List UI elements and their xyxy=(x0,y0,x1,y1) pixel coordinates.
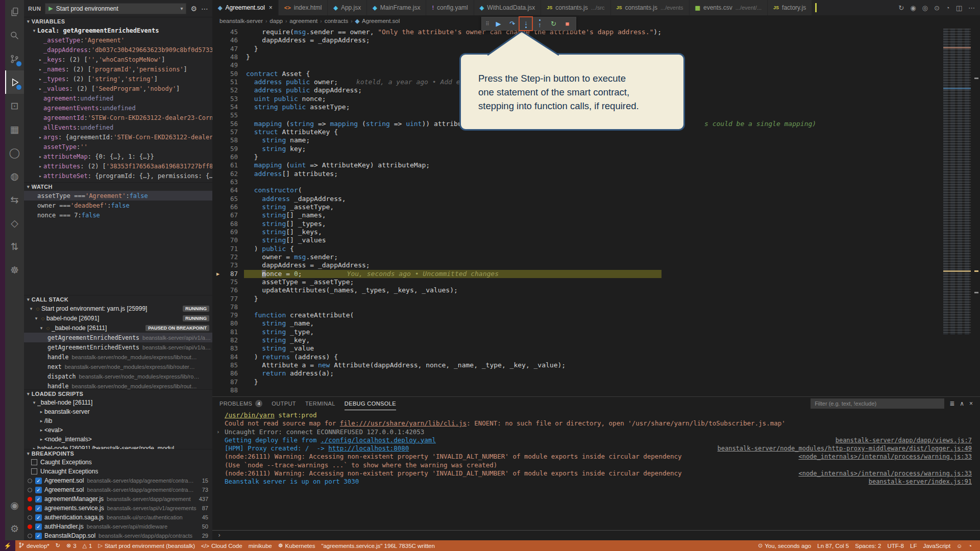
live-share-icon[interactable]: ◯ xyxy=(5,141,24,164)
start-debug-icon[interactable]: ▶ xyxy=(48,5,53,12)
breakpoint-row[interactable]: ✓agreements.service.jsbeanstalk-server/a… xyxy=(24,504,212,513)
breadcrumb-item[interactable]: beanstalk-server xyxy=(219,18,263,24)
console-row[interactable]: Beanstalk server is up on port 3030beans… xyxy=(212,478,980,486)
expand-chevron-icon[interactable]: › xyxy=(216,428,220,436)
loaded-script-row[interactable]: ▸babel-node [26091] /beanstalk-server/no… xyxy=(24,444,212,449)
account-icon[interactable]: ◉ xyxy=(5,493,24,517)
section-header-breakpoints[interactable]: ▾BREAKPOINTS xyxy=(24,449,212,458)
cursor-position-item[interactable]: Ln 87, Col 5 xyxy=(814,540,852,551)
split-editor-icon[interactable]: ◫ xyxy=(956,4,962,12)
variable-row[interactable]: agreementId: 'STEW-Corn-EKD263122-dealer… xyxy=(24,113,212,122)
checkbox-checked[interactable]: ✓ xyxy=(35,496,42,503)
stack-frame[interactable]: dispatchbeanstalk-server/node_modules/ex… xyxy=(24,371,212,381)
variable-row[interactable]: ▸args: {agreementId: 'STEW-Corn-EKD26312… xyxy=(24,132,212,142)
panel-tab-terminal[interactable]: TERMINAL xyxy=(305,397,335,410)
call-stack-session[interactable]: ▾◌babel-node [26091]RUNNING xyxy=(24,313,212,323)
run-debug-icon[interactable] xyxy=(5,70,24,94)
checkbox-checked[interactable]: ✓ xyxy=(35,533,42,539)
console-row[interactable]: Could not read source map for file:///us… xyxy=(212,419,980,428)
gitlens-blame-item[interactable]: ⊙You, seconds ago xyxy=(755,540,814,551)
debug-console-input[interactable]: › xyxy=(212,530,980,539)
variable-row[interactable]: ▸_keys: (2) ['', 'whoCanStopMeNow'] xyxy=(24,55,212,64)
source-location-link[interactable]: beanstalk-server/index.js:91 xyxy=(869,478,972,486)
variable-row[interactable]: ▸_values: (2) ['SeedProgram', 'nobody'] xyxy=(24,84,212,93)
step-out-button[interactable]: ↑ xyxy=(533,18,546,30)
source-control-icon[interactable] xyxy=(5,47,24,70)
variable-row[interactable]: ▸attributeSet: {programId: {…}, permissi… xyxy=(24,171,212,181)
variable-row[interactable]: agreementEvents: undefined xyxy=(24,103,212,113)
checkbox-unchecked[interactable] xyxy=(31,459,37,465)
variable-row[interactable]: _assetType: 'Agreement' xyxy=(24,35,212,45)
loaded-script-row[interactable]: ▸<node_internals> xyxy=(24,435,212,444)
source-location-link[interactable]: beanstalk-server/dapp/dapp/views.js:7 xyxy=(836,436,972,444)
stack-frame[interactable]: getAgreementEnrichedEventsbeanstalk-serv… xyxy=(24,333,212,342)
watch-expression[interactable]: assetType === 'Agreement': false xyxy=(24,191,212,201)
open-changes-icon[interactable]: ⊙ xyxy=(934,4,940,12)
checkbox-checked[interactable]: ✓ xyxy=(35,514,42,521)
breadcrumb-file[interactable]: Agreement.sol xyxy=(362,18,400,24)
console-row[interactable]: [HPM] Proxy created: / -> http://localho… xyxy=(212,444,980,453)
watch-expression[interactable]: nonce === 7: false xyxy=(24,210,212,220)
loaded-script-row[interactable]: ▾_babel-node [26111] xyxy=(24,398,212,407)
tab-constants-js[interactable]: JSconstants.js.../events xyxy=(611,0,690,15)
loaded-script-row[interactable]: ▸/lib xyxy=(24,416,212,425)
loaded-script-row[interactable]: ▸beanstalk-server xyxy=(24,407,212,416)
call-stack-session[interactable]: ▾◌Start prod environment: yarn.js [25999… xyxy=(24,304,212,313)
docker-icon[interactable]: ◍ xyxy=(5,164,24,188)
tab-events-csv[interactable]: ▦events.csv.../event/... xyxy=(690,0,768,15)
step-into-button[interactable]: ↓ xyxy=(520,18,532,30)
tab-withloaddata-jsx[interactable]: ◈WithLoadData.jsx xyxy=(474,0,542,15)
tab-constants-js[interactable]: JSconstants.js.../src xyxy=(541,0,610,15)
minikube-item[interactable]: minikube xyxy=(246,540,275,551)
minimap[interactable] xyxy=(941,27,973,396)
exception-toggle[interactable]: Caught Exceptions xyxy=(24,458,212,467)
checkbox-checked[interactable]: ✓ xyxy=(35,523,42,530)
remote-indicator[interactable]: ⚡ xyxy=(0,540,15,551)
explorer-icon[interactable] xyxy=(5,0,24,23)
section-header-watch[interactable]: ▾WATCH xyxy=(24,182,212,191)
step-over-button[interactable]: ↷ xyxy=(506,18,519,30)
tab-index-html[interactable]: <>index.html xyxy=(279,0,328,15)
variable-row[interactable]: ▸attributeMap: {0: {…}, 1: {…}} xyxy=(24,152,212,161)
extensions-icon[interactable]: ▦ xyxy=(5,117,24,141)
variables-scope[interactable]: ▾Local: getAgreementEnrichedEvents xyxy=(24,26,212,35)
breadcrumb[interactable]: beanstalk-server›dapp›agreement›contract… xyxy=(212,15,980,27)
breakpoint-row[interactable]: ✓agreementManager.jsbeanstalk-server/dap… xyxy=(24,494,212,504)
panel-tab-debug-console[interactable]: DEBUG CONSOLE xyxy=(345,397,396,410)
kubernetes-item[interactable]: ☸Kubernetes xyxy=(275,540,318,551)
sync-changes-icon[interactable]: ↻ xyxy=(898,4,904,12)
console-row[interactable]: (Use `node --trace-warnings ...` to show… xyxy=(212,461,980,469)
eol-item[interactable]: LF xyxy=(907,540,920,551)
checkbox-checked[interactable]: ✓ xyxy=(35,487,42,493)
console-row[interactable]: (node:26111) Warning: Accessing non-exis… xyxy=(212,453,980,461)
checkbox-unchecked[interactable] xyxy=(31,468,37,474)
more-actions-icon[interactable]: ⋯ xyxy=(968,4,975,12)
more-actions-icon[interactable]: ⋯ xyxy=(201,5,208,13)
exception-toggle[interactable]: Uncaught Exceptions xyxy=(24,467,212,476)
tab-agreement-sol[interactable]: ◆Agreement.sol× xyxy=(212,0,279,15)
breakpoint-row[interactable]: ✓Agreement.solbeanstalk-server/dapp/agre… xyxy=(24,485,212,494)
settings-gear-icon[interactable]: ⚙ xyxy=(5,517,24,540)
breakpoint-row[interactable]: ✓Agreement.solbeanstalk-server/dapp/agre… xyxy=(24,476,212,485)
checkbox-checked[interactable]: ✓ xyxy=(35,478,42,484)
indentation-item[interactable]: Spaces: 2 xyxy=(852,540,884,551)
restart-button[interactable]: ↻ xyxy=(547,18,560,30)
variable-row[interactable]: _dappAddress: 'db037c30b429663623b909c8b… xyxy=(24,45,212,55)
debug-session-item[interactable]: ▷Start prod environment (beanstalk) xyxy=(95,540,198,551)
variable-row[interactable]: assetType: '' xyxy=(24,142,212,152)
test-explorer-icon[interactable]: ◇ xyxy=(5,211,24,235)
watch-expression[interactable]: owner === 'deadbeef': false xyxy=(24,201,212,210)
panel-close-icon[interactable]: × xyxy=(969,400,973,407)
variable-row[interactable]: ▸_types: (2) ['string', 'string'] xyxy=(24,74,212,84)
panel-menu-icon[interactable]: ≣ xyxy=(949,400,954,407)
loaded-script-row[interactable]: ▸<eval> xyxy=(24,425,212,435)
panel-tab-output[interactable]: OUTPUT xyxy=(272,397,296,410)
tab-mainframe-jsx[interactable]: ◈MainFrame.jsx xyxy=(367,0,426,15)
feedback-icon[interactable]: ☺ xyxy=(953,540,965,551)
console-row[interactable]: ›Uncaught Error: connect ECONNREFUSED 12… xyxy=(212,428,980,436)
section-header-variables[interactable]: ▾VARIABLES xyxy=(24,17,212,26)
timeline-icon[interactable]: ◔ xyxy=(946,4,950,12)
stack-frame[interactable]: nextbeanstalk-server/node_modules/expres… xyxy=(24,362,212,371)
tab-app-jsx[interactable]: ◈App.jsx xyxy=(328,0,367,15)
launch-config-dropdown[interactable]: ▶ Start prod environment ▾ xyxy=(45,3,186,14)
